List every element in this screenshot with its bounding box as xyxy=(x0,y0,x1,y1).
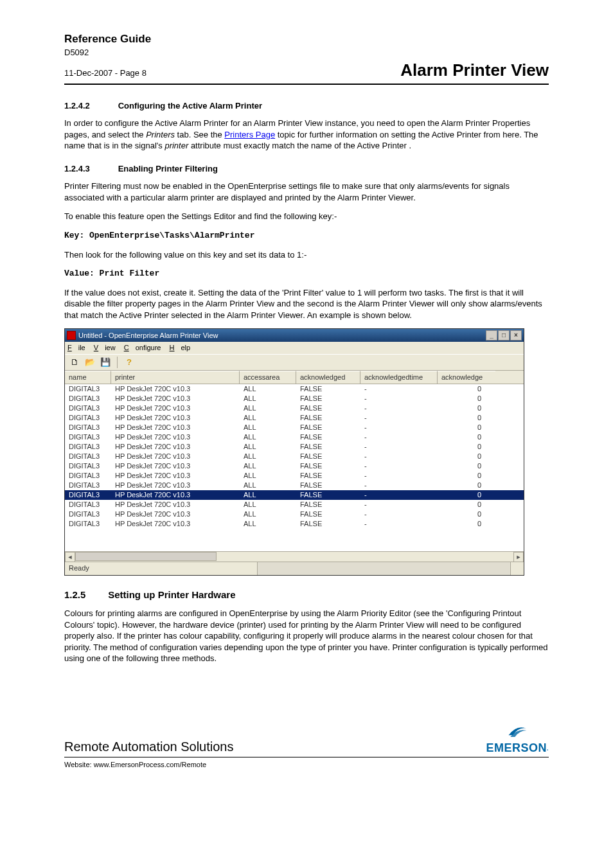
cell-ack: FALSE xyxy=(296,394,360,403)
table-row[interactable]: DIGITAL3HP DeskJet 720C v10.3ALLFALSE-0 xyxy=(65,471,524,481)
statusbar: Ready xyxy=(65,562,524,575)
save-icon[interactable]: 💾 xyxy=(100,357,111,368)
cell-ackn: 0 xyxy=(438,423,495,432)
open-icon[interactable]: 📂 xyxy=(84,357,96,368)
col-accessarea[interactable]: accessarea xyxy=(240,371,296,384)
section-heading: 1.2.5 Setting up Printer Hardware xyxy=(64,589,549,601)
titlebar: Untitled - OpenEnterprise Alarm Printer … xyxy=(65,329,524,342)
table-row[interactable]: DIGITAL3HP DeskJet 720C v10.3ALLFALSE-0 xyxy=(65,442,524,452)
menu-view[interactable]: View xyxy=(94,344,116,351)
cell-printer: HP DeskJet 720C v10.3 xyxy=(111,490,240,500)
cell-ack: FALSE xyxy=(296,403,360,413)
col-printer[interactable]: printer xyxy=(111,371,240,384)
cell-acktime: - xyxy=(360,442,438,452)
table-row[interactable]: DIGITAL3HP DeskJet 720C v10.3ALLFALSE-0 xyxy=(65,509,524,519)
cell-ack: FALSE xyxy=(296,519,360,529)
close-button[interactable]: × xyxy=(510,330,522,341)
cell-name: DIGITAL3 xyxy=(65,384,111,394)
cell-access: ALL xyxy=(240,403,296,413)
col-acknowledgedtime[interactable]: acknowledgedtime xyxy=(360,371,438,384)
cell-access: ALL xyxy=(240,509,296,519)
menu-file[interactable]: File xyxy=(67,344,85,351)
maximize-button[interactable]: □ xyxy=(498,330,510,341)
cell-ackn: 0 xyxy=(438,461,495,471)
table-row[interactable]: DIGITAL3HP DeskJet 720C v10.3ALLFALSE-0 xyxy=(65,452,524,461)
cell-ackn: 0 xyxy=(438,519,495,529)
cell-access: ALL xyxy=(240,442,296,452)
col-name[interactable]: name xyxy=(65,371,111,384)
scroll-track[interactable] xyxy=(75,552,513,562)
paragraph: Colours for printing alarms are configur… xyxy=(64,608,549,664)
cell-access: ALL xyxy=(240,471,296,481)
cell-acktime: - xyxy=(360,432,438,442)
cell-ack: FALSE xyxy=(296,432,360,442)
cell-name: DIGITAL3 xyxy=(65,394,111,403)
section-num: 1.2.4.2 xyxy=(64,100,116,112)
cell-ackn: 0 xyxy=(438,394,495,403)
paragraph: Then look for the following value on thi… xyxy=(64,249,549,261)
help-icon[interactable]: ? xyxy=(123,357,135,368)
cell-ackn: 0 xyxy=(438,490,495,500)
table-row[interactable]: DIGITAL3HP DeskJet 720C v10.3ALLFALSE-0 xyxy=(65,500,524,509)
cell-name: DIGITAL3 xyxy=(65,442,111,452)
cell-acktime: - xyxy=(360,471,438,481)
cell-printer: HP DeskJet 720C v10.3 xyxy=(111,423,240,432)
table-row[interactable]: DIGITAL3HP DeskJet 720C v10.3ALLFALSE-0 xyxy=(65,461,524,471)
scroll-thumb[interactable] xyxy=(75,552,217,561)
new-icon[interactable]: 🗋 xyxy=(69,357,80,368)
scroll-right-button[interactable]: ► xyxy=(513,552,524,562)
printers-page-link[interactable]: Printers Page xyxy=(224,130,275,139)
cell-acktime: - xyxy=(360,490,438,500)
cell-access: ALL xyxy=(240,481,296,490)
section-title: Setting up Printer Hardware xyxy=(108,589,235,600)
cell-printer: HP DeskJet 720C v10.3 xyxy=(111,481,240,490)
cell-name: DIGITAL3 xyxy=(65,500,111,509)
col-acknowledged[interactable]: acknowledged xyxy=(296,371,360,384)
cell-ackn: 0 xyxy=(438,500,495,509)
status-mid xyxy=(258,562,511,575)
cell-ack: FALSE xyxy=(296,384,360,394)
text: attribute must exactly match the name of… xyxy=(188,141,411,150)
grid-header: name printer accessarea acknowledged ack… xyxy=(65,371,524,384)
toolbar-separator xyxy=(117,357,118,368)
cell-name: DIGITAL3 xyxy=(65,461,111,471)
table-row[interactable]: DIGITAL3HP DeskJet 720C v10.3ALLFALSE-0 xyxy=(65,423,524,432)
cell-acktime: - xyxy=(360,423,438,432)
window-title: Untitled - OpenEnterprise Alarm Printer … xyxy=(78,331,218,341)
cell-printer: HP DeskJet 720C v10.3 xyxy=(111,461,240,471)
table-row[interactable]: DIGITAL3HP DeskJet 720C v10.3ALLFALSE-0 xyxy=(65,519,524,529)
table-row[interactable]: DIGITAL3HP DeskJet 720C v10.3ALLFALSE-0 xyxy=(65,432,524,442)
footer-website: Website: www.EmersonProcess.com/Remote xyxy=(64,760,549,770)
resize-grip[interactable] xyxy=(511,562,524,575)
section-title: Configuring the Active Alarm Printer xyxy=(118,101,262,111)
app-screenshot: Untitled - OpenEnterprise Alarm Printer … xyxy=(64,328,549,576)
page-title: Alarm Printer View xyxy=(400,59,549,82)
horizontal-scrollbar[interactable]: ◄ ► xyxy=(65,551,524,562)
cell-acktime: - xyxy=(360,413,438,423)
table-row[interactable]: DIGITAL3HP DeskJet 720C v10.3ALLFALSE-0 xyxy=(65,413,524,423)
cell-ack: FALSE xyxy=(296,509,360,519)
table-row[interactable]: DIGITAL3HP DeskJet 720C v10.3ALLFALSE-0 xyxy=(65,403,524,413)
text-italic: printer xyxy=(164,141,188,150)
status-text: Ready xyxy=(65,562,258,575)
cell-acktime: - xyxy=(360,509,438,519)
grid-body[interactable]: DIGITAL3HP DeskJet 720C v10.3ALLFALSE-0D… xyxy=(65,384,524,551)
footer-company: Remote Automation Solutions xyxy=(64,738,234,756)
emerson-swoosh-icon xyxy=(506,722,529,740)
table-row[interactable]: DIGITAL3HP DeskJet 720C v10.3ALLFALSE-0 xyxy=(65,481,524,490)
app-icon xyxy=(67,331,76,340)
table-row[interactable]: DIGITAL3HP DeskJet 720C v10.3ALLFALSE-0 xyxy=(65,394,524,403)
menu-configure[interactable]: Configure xyxy=(124,344,161,351)
cell-printer: HP DeskJet 720C v10.3 xyxy=(111,500,240,509)
emerson-logo: EMERSON. xyxy=(486,722,549,756)
cell-access: ALL xyxy=(240,413,296,423)
table-row[interactable]: DIGITAL3HP DeskJet 720C v10.3ALLFALSE-0 xyxy=(65,490,524,500)
col-acknowledge[interactable]: acknowledge xyxy=(438,371,495,384)
scroll-left-button[interactable]: ◄ xyxy=(65,552,75,562)
cell-printer: HP DeskJet 720C v10.3 xyxy=(111,442,240,452)
table-row[interactable]: DIGITAL3HP DeskJet 720C v10.3ALLFALSE-0 xyxy=(65,384,524,394)
cell-ack: FALSE xyxy=(296,452,360,461)
minimize-button[interactable]: _ xyxy=(486,330,497,341)
cell-access: ALL xyxy=(240,452,296,461)
menu-help[interactable]: Help xyxy=(170,344,191,351)
